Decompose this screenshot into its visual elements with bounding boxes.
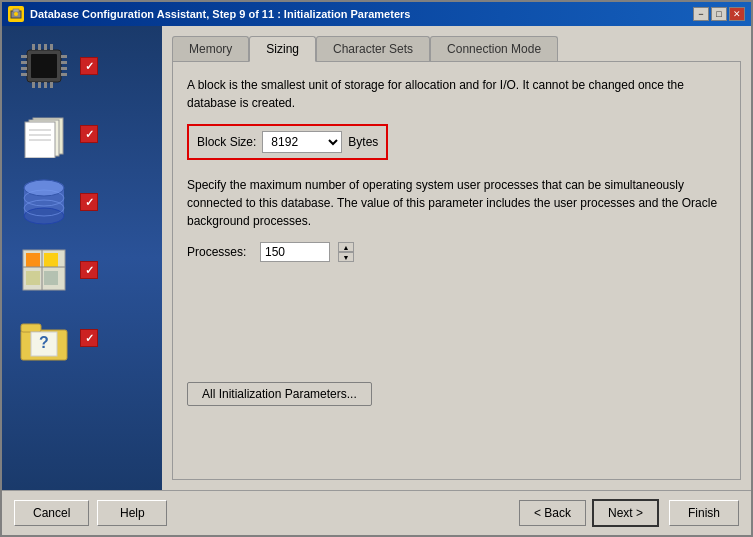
svg-rect-6 [21,61,27,64]
sidebar-check-5: ✓ [80,329,98,347]
sidebar-check-2: ✓ [80,125,98,143]
folder-icon-wrapper [11,108,76,160]
footer-right-buttons: < Back Next > Finish [519,499,739,527]
close-button[interactable]: ✕ [729,7,745,21]
svg-rect-18 [38,82,41,88]
tab-connection-mode[interactable]: Connection Mode [430,36,558,62]
tab-memory[interactable]: Memory [172,36,249,62]
block-size-description: A block is the smallest unit of storage … [187,76,726,112]
back-button[interactable]: < Back [519,500,586,526]
svg-rect-12 [61,73,67,76]
svg-point-2 [14,12,18,16]
processes-row: Processes: ▲ ▼ [187,242,726,262]
svg-rect-15 [44,44,47,50]
main-window: Database Configuration Assistant, Step 9… [0,0,753,537]
svg-rect-11 [61,67,67,70]
processes-spinner: ▲ ▼ [338,242,354,262]
svg-rect-19 [44,82,47,88]
sidebar-item-chip: ✓ [7,36,157,96]
processes-label: Processes: [187,245,252,259]
window-controls: − □ ✕ [693,7,745,21]
cancel-button[interactable]: Cancel [14,500,89,526]
tab-bar: Memory Sizing Character Sets Connection … [172,36,741,62]
svg-rect-16 [50,44,53,50]
svg-rect-1 [13,9,19,12]
database-icon [15,176,73,228]
next-button[interactable]: Next > [592,499,659,527]
sidebar-check-4: ✓ [80,261,98,279]
svg-rect-20 [50,82,53,88]
svg-rect-41 [44,253,58,267]
sidebar-item-folder2: ? ✓ [7,308,157,368]
help-button[interactable]: Help [97,500,167,526]
svg-rect-47 [21,324,41,332]
sidebar: ✓ [2,26,162,490]
svg-point-36 [24,180,64,196]
finish-button[interactable]: Finish [669,500,739,526]
sidebar-item-database: ✓ [7,172,157,232]
tab-character-sets[interactable]: Character Sets [316,36,430,62]
processes-increment[interactable]: ▲ [338,242,354,252]
svg-rect-7 [21,67,27,70]
processes-description: Specify the maximum number of operating … [187,176,726,230]
svg-rect-10 [61,61,67,64]
spreadsheet-icon [18,245,70,295]
svg-rect-17 [32,82,35,88]
sidebar-check-1: ✓ [80,57,98,75]
folder2-icon-wrapper: ? [11,312,76,364]
maximize-button[interactable]: □ [711,7,727,21]
sidebar-check-3: ✓ [80,193,98,211]
tab-content-sizing: A block is the smallest unit of storage … [172,61,741,480]
svg-rect-43 [44,271,58,285]
title-bar: Database Configuration Assistant, Step 9… [2,2,751,26]
processes-input[interactable] [260,242,330,262]
svg-rect-8 [21,73,27,76]
svg-rect-14 [38,44,41,50]
sidebar-item-folder1: ✓ [7,104,157,164]
app-icon [8,6,24,22]
spreadsheet-icon-wrapper [11,244,76,296]
svg-rect-13 [32,44,35,50]
chip-icon [15,42,73,90]
sidebar-item-spreadsheet: ✓ [7,240,157,300]
all-params-button[interactable]: All Initialization Parameters... [187,382,372,406]
main-content: Memory Sizing Character Sets Connection … [162,26,751,490]
svg-rect-42 [26,271,40,285]
window-body: ✓ [2,26,751,490]
folder2-icon: ? [15,312,73,364]
svg-rect-5 [21,55,27,58]
block-size-select[interactable]: 8192 2048 4096 16384 32768 [262,131,342,153]
minimize-button[interactable]: − [693,7,709,21]
block-size-label: Block Size: [197,135,256,149]
processes-decrement[interactable]: ▼ [338,252,354,262]
tab-sizing[interactable]: Sizing [249,36,316,62]
block-size-row: Block Size: 8192 2048 4096 16384 32768 B… [187,124,388,160]
svg-rect-4 [31,54,57,78]
window-title: Database Configuration Assistant, Step 9… [30,8,410,20]
footer-left-buttons: Cancel Help [14,500,167,526]
folder1-icon [15,110,73,158]
svg-text:?: ? [39,334,49,351]
svg-marker-40 [26,253,40,267]
footer: Cancel Help < Back Next > Finish [2,490,751,535]
bytes-label: Bytes [348,135,378,149]
database-icon-wrapper [11,176,76,228]
chip-icon-wrapper [11,40,76,92]
svg-rect-9 [61,55,67,58]
